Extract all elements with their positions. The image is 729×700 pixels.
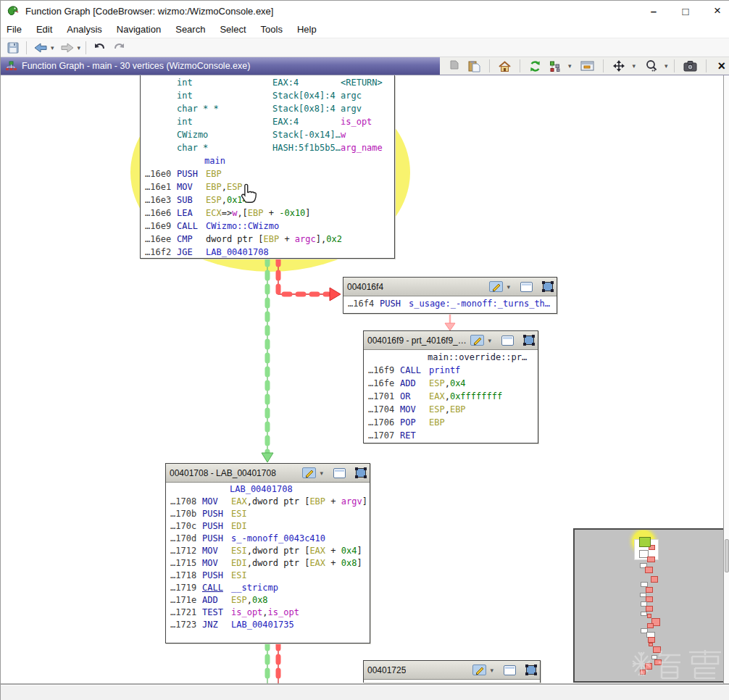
satellite-block[interactable]: [641, 582, 648, 587]
satellite-block[interactable]: [646, 587, 653, 593]
label-row[interactable]: main: [141, 154, 394, 167]
menu-item-search[interactable]: Search: [175, 24, 205, 35]
menu-item-edit[interactable]: Edit: [36, 24, 52, 35]
copy-button[interactable]: [447, 59, 463, 73]
asm-row[interactable]: …16e3SUBESP,0x14: [141, 193, 394, 207]
satellite-block[interactable]: [651, 576, 658, 583]
maximize-block-icon[interactable]: [520, 282, 533, 292]
asm-row[interactable]: …170bPUSHESI: [166, 508, 370, 520]
block-header[interactable]: 00401708 - LAB_00401708 ▾: [166, 464, 370, 483]
code-body[interactable]: …16f4PUSHs_usage:_-monoff:_turns_th…: [343, 296, 557, 310]
edit-label-pencil-icon[interactable]: [489, 281, 503, 292]
graph-canvas[interactable]: intEAX:4<RETURN>intStack[0x4]:4argcchar …: [1, 75, 729, 683]
paste-button[interactable]: [466, 59, 483, 74]
asm-row[interactable]: …1718PUSHESI: [166, 570, 370, 582]
edit-label-pencil-icon[interactable]: [470, 335, 484, 346]
code-block-00401708[interactable]: 00401708 - LAB_00401708 ▾ LAB_00401708…1…: [165, 463, 370, 643]
satellite-block[interactable]: [645, 567, 653, 573]
magnifier-button[interactable]: [643, 58, 660, 74]
minimize-button[interactable]: –: [647, 5, 660, 17]
group-selection-icon[interactable]: [543, 282, 553, 291]
asm-row[interactable]: …16feADDESP,0x4: [364, 377, 538, 390]
asm-row[interactable]: …1708MOVEAX,dword ptr [EBP + argv]: [166, 496, 370, 508]
block-header[interactable]: 004016f4 ▾: [343, 278, 557, 296]
signature-row[interactable]: CWizmoStack[-0x14]…w: [141, 128, 394, 141]
satellite-block[interactable]: [641, 612, 647, 616]
chevron-down-icon[interactable]: ▾: [507, 283, 510, 291]
home-button[interactable]: [496, 59, 513, 73]
satellite-block[interactable]: [648, 637, 655, 643]
layout-dropdown[interactable]: ▾: [568, 62, 572, 70]
label-row[interactable]: LAB_00401708: [166, 483, 370, 496]
asm-row[interactable]: …1707RET: [364, 429, 538, 442]
menu-item-tools[interactable]: Tools: [261, 24, 283, 35]
satellite-block[interactable]: [639, 537, 651, 547]
maximize-block-icon[interactable]: [504, 665, 516, 675]
undo-button[interactable]: [91, 41, 108, 54]
asm-row[interactable]: …16e0PUSHEBP: [141, 167, 394, 180]
asm-row[interactable]: …171eADDESP,0x8: [166, 594, 370, 607]
label-row[interactable]: main::override::pr…: [364, 351, 538, 364]
code-block-main[interactable]: intEAX:4<RETURN>intStack[0x4]:4argcchar …: [140, 75, 395, 259]
edge-display-button[interactable]: [578, 59, 596, 72]
redo-button[interactable]: [111, 41, 128, 54]
signature-row[interactable]: intEAX:4is_opt: [141, 115, 394, 128]
satellite-block[interactable]: [647, 623, 654, 628]
title-bar[interactable]: Function Graph [CodeBrowser: wizmo:/Wizm…: [1, 1, 729, 21]
menu-item-select[interactable]: Select: [220, 24, 246, 35]
asm-row[interactable]: …1715MOVEDI,dword ptr [EAX + 0x8]: [166, 557, 370, 570]
menu-item-help[interactable]: Help: [297, 24, 317, 35]
asm-row[interactable]: …170dPUSHs_-monoff_0043c410: [166, 533, 370, 545]
menu-item-navigation[interactable]: Navigation: [117, 24, 161, 35]
asm-row[interactable]: …1723JNZLAB_00401735: [166, 619, 370, 631]
panel-title-bar[interactable]: Function Graph - main - 30 vertices (Wiz…: [1, 57, 440, 75]
maximize-button[interactable]: □: [679, 5, 692, 17]
asm-row[interactable]: …1706POPEBP: [364, 416, 538, 429]
chevron-down-icon[interactable]: ▾: [488, 337, 491, 344]
asm-row[interactable]: …16e6LEAECX=>w,[EBP + -0x10]: [141, 207, 394, 220]
save-button[interactable]: [5, 41, 21, 55]
signature-row[interactable]: char * *Stack[0x8]:4argv: [141, 102, 394, 115]
code-block-00401725[interactable]: 00401725 ▾: [363, 660, 541, 683]
pan-button[interactable]: [610, 58, 628, 74]
asm-row[interactable]: …16e1MOVEBP,ESP: [141, 180, 394, 193]
pan-dropdown[interactable]: ▾: [632, 62, 636, 70]
scrollbar-thumb[interactable]: [725, 539, 729, 572]
menu-item-analysis[interactable]: Analysis: [67, 24, 101, 35]
asm-row[interactable]: …1704MOVESP,EBP: [364, 403, 538, 416]
asm-row[interactable]: …1721TESTis_opt,is_opt: [166, 607, 370, 619]
code-block-004016f9[interactable]: 004016f9 - prt_4016f9_4… ▾ main::overrid…: [363, 330, 538, 443]
close-button[interactable]: ×: [711, 4, 724, 18]
asm-row[interactable]: …16f2JGELAB_00401708: [141, 246, 394, 259]
code-body[interactable]: intEAX:4<RETURN>intStack[0x4]:4argcchar …: [141, 75, 394, 259]
snapshot-button[interactable]: [681, 59, 699, 73]
menu-item-file[interactable]: File: [7, 24, 22, 35]
group-selection-icon[interactable]: [356, 468, 366, 478]
asm-row[interactable]: …16eeCMPdword ptr [EBP + argc],0x2: [141, 233, 394, 246]
maximize-block-icon[interactable]: [333, 468, 346, 478]
signature-row[interactable]: intStack[0x4]:4argc: [141, 89, 394, 102]
satellite-block[interactable]: [647, 557, 655, 562]
asm-row[interactable]: …1701OREAX,0xffffffff: [364, 390, 538, 403]
chevron-down-icon[interactable]: ▾: [490, 667, 493, 674]
back-button[interactable]: [32, 41, 49, 54]
back-dropdown[interactable]: ▾: [51, 44, 54, 51]
code-body[interactable]: main::override::pr……16f9CALLprintf…16feA…: [364, 350, 538, 442]
layout-button[interactable]: [546, 59, 564, 74]
asm-row[interactable]: …16f4PUSHs_usage:_-monoff:_turns_th…: [343, 297, 557, 310]
asm-row[interactable]: …170cPUSHEDI: [166, 520, 370, 533]
edit-label-pencil-icon[interactable]: [302, 467, 316, 478]
asm-row[interactable]: …16f9CALLprintf: [364, 364, 538, 377]
block-header[interactable]: 004016f9 - prt_4016f9_4… ▾: [364, 331, 538, 350]
signature-row[interactable]: intEAX:4<RETURN>: [141, 76, 394, 89]
satellite-block[interactable]: [646, 606, 653, 612]
group-selection-icon[interactable]: [526, 665, 536, 675]
asm-row[interactable]: …1719CALL__stricmp: [166, 582, 370, 594]
maximize-block-icon[interactable]: [501, 336, 514, 346]
panel-close-button[interactable]: ×: [713, 59, 729, 74]
block-header[interactable]: 00401725 ▾: [364, 661, 540, 680]
asm-row[interactable]: …16e9CALLCWizmo::CWizmo: [141, 220, 394, 233]
group-selection-icon[interactable]: [524, 336, 534, 345]
code-block-004016f4[interactable]: 004016f4 ▾ …16f4PUSHs_usage:_-monoff:_tu…: [343, 277, 557, 314]
chevron-down-icon[interactable]: ▾: [320, 470, 323, 477]
